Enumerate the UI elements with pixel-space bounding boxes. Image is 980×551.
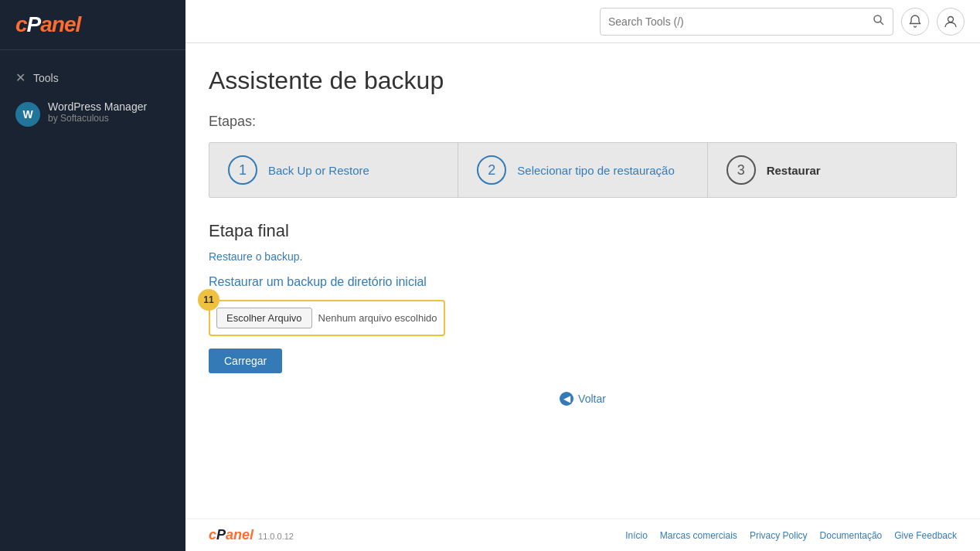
step-1-label: Back Up or Restore: [268, 164, 369, 177]
sidebar-item-label: Tools: [33, 72, 59, 84]
upload-button[interactable]: Carregar: [209, 349, 282, 373]
choose-file-button[interactable]: Escolher Arquivo: [216, 308, 312, 328]
user-button[interactable]: [937, 8, 965, 36]
step-1[interactable]: 1 Back Up or Restore: [209, 143, 458, 197]
highlight-box: 11 Escolher Arquivo Nenhum arquivo escol…: [209, 300, 445, 336]
back-arrow-icon: ◀: [560, 392, 573, 406]
footer-link-docs[interactable]: Documentação: [820, 530, 883, 541]
footer-version: 11.0.0.12: [258, 532, 294, 541]
step-2-label: Selecionar tipo de restauração: [517, 164, 674, 177]
footer-link-inicio[interactable]: Início: [625, 530, 648, 541]
notification-button[interactable]: [901, 8, 929, 36]
footer-link-feedback[interactable]: Give Feedback: [894, 530, 957, 541]
sidebar-logo: cPanel: [0, 0, 185, 50]
sidebar-nav: ✕ Tools W WordPress Manager by Softaculo…: [0, 50, 185, 147]
back-link[interactable]: ◀ Voltar: [209, 392, 957, 406]
step-2[interactable]: 2 Selecionar tipo de restauração: [458, 143, 707, 197]
tools-icon: ✕: [15, 70, 26, 85]
file-input-area: 11 Escolher Arquivo Nenhum arquivo escol…: [209, 300, 957, 336]
search-icon: [873, 14, 885, 26]
footer-link-marcas[interactable]: Marcas comerciais: [660, 530, 737, 541]
wordpress-subtitle: by Softaculous: [48, 113, 147, 124]
footer-link-privacy[interactable]: Privacy Policy: [750, 530, 808, 541]
content-area: Assistente de backup Etapas: 1 Back Up o…: [185, 43, 980, 519]
main-area: Assistente de backup Etapas: 1 Back Up o…: [185, 0, 980, 551]
step-3[interactable]: 3 Restaurar: [708, 143, 956, 197]
cpanel-logo-text: cPanel: [15, 12, 170, 37]
restore-section-title: Restaurar um backup de diretório inicial: [209, 275, 957, 289]
user-icon: [944, 15, 958, 29]
restore-text: Restaure o backup.: [209, 250, 957, 263]
bell-icon: [908, 15, 922, 29]
file-label: Nenhum arquivo escolhido: [318, 312, 437, 324]
footer-logo: cPanel: [209, 527, 254, 543]
footer: cPanel 11.0.0.12 Início Marcas comerciai…: [185, 519, 980, 551]
sidebar: cPanel ✕ Tools W WordPress Manager by So…: [0, 0, 185, 551]
search-input[interactable]: [608, 15, 873, 28]
svg-line-1: [880, 22, 883, 25]
wordpress-icon: W: [15, 102, 40, 127]
back-link-label: Voltar: [578, 393, 606, 405]
svg-point-2: [948, 16, 954, 22]
section-title: Etapa final: [209, 221, 957, 241]
wordpress-text: WordPress Manager by Softaculous: [48, 100, 147, 124]
step-3-number: 3: [726, 155, 756, 185]
wordpress-title: WordPress Manager: [48, 100, 147, 113]
step-2-number: 2: [477, 155, 506, 185]
sidebar-item-wordpress[interactable]: W WordPress Manager by Softaculous: [0, 93, 185, 134]
footer-links: Início Marcas comerciais Privacy Policy …: [625, 530, 957, 541]
page-title: Assistente de backup: [209, 66, 957, 95]
sidebar-item-tools[interactable]: ✕ Tools: [0, 63, 185, 93]
search-bar[interactable]: [600, 8, 893, 36]
step-badge: 11: [198, 289, 219, 311]
steps-label: Etapas:: [209, 114, 957, 130]
header: [185, 0, 980, 43]
search-icon-button[interactable]: [873, 14, 885, 29]
svg-point-0: [874, 15, 881, 22]
step-1-number: 1: [228, 155, 257, 185]
steps-bar: 1 Back Up or Restore 2 Selecionar tipo d…: [209, 142, 957, 198]
step-3-label: Restaurar: [767, 164, 821, 177]
